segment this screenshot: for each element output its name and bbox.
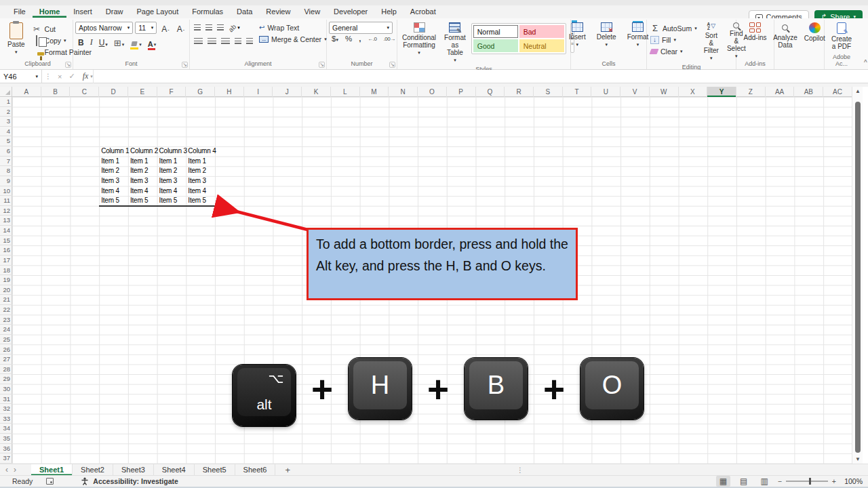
row-header-5[interactable]: 5 [0, 136, 12, 146]
row-header-35[interactable]: 35 [0, 434, 12, 444]
macro-record-icon[interactable] [46, 478, 54, 485]
scroll-up-icon[interactable]: ▲ [852, 88, 863, 94]
column-header-J[interactable]: J [273, 87, 302, 97]
zoom-level[interactable]: 100% [842, 477, 865, 485]
delete-cells-button[interactable]: Delete [594, 21, 619, 49]
table-cell[interactable]: Item 2 [101, 166, 119, 176]
table-cell[interactable]: Item 4 [159, 186, 178, 197]
row-header-24[interactable]: 24 [0, 325, 12, 335]
row-header-20[interactable]: 20 [0, 285, 12, 296]
zoom-in-icon[interactable]: + [832, 477, 836, 485]
row-header-7[interactable]: 7 [0, 157, 12, 167]
align-right-button[interactable] [219, 36, 232, 47]
row-header-25[interactable]: 25 [0, 335, 12, 345]
cells-canvas[interactable]: Column 1Column 2Column 3Column 4Item 1It… [12, 97, 852, 464]
row-header-9[interactable]: 9 [0, 176, 12, 186]
column-header-X[interactable]: X [679, 87, 708, 97]
addins-button[interactable]: Add-ins [741, 21, 770, 43]
column-header-C[interactable]: C [70, 87, 99, 97]
row-header-11[interactable]: 11 [0, 196, 12, 206]
column-header-D[interactable]: D [99, 87, 128, 97]
row-header-18[interactable]: 18 [0, 266, 12, 276]
row-header-37[interactable]: 37 [0, 453, 12, 464]
sheet-tab-sheet3[interactable]: Sheet3 [113, 464, 154, 476]
number-format-select[interactable]: General [329, 22, 393, 34]
table-cell[interactable]: Item 1 [159, 157, 178, 167]
table-cell[interactable]: Item 3 [159, 176, 178, 186]
column-header-G[interactable]: G [186, 87, 215, 97]
tab-formulas[interactable]: Formulas [185, 6, 230, 18]
paste-button[interactable]: Paste [5, 21, 28, 56]
row-header-22[interactable]: 22 [0, 305, 12, 315]
normal-view-icon[interactable]: ▦ [716, 476, 730, 487]
table-cell[interactable]: Item 4 [101, 186, 119, 197]
tab-insert[interactable]: Insert [66, 6, 99, 18]
column-header-Q[interactable]: Q [476, 87, 505, 97]
font-color-button[interactable]: A [145, 35, 159, 47]
table-cell[interactable]: Column 4 [188, 146, 216, 157]
scroll-down-icon[interactable]: ▼ [852, 456, 863, 462]
sheet-tab-sheet4[interactable]: Sheet4 [154, 464, 195, 476]
zoom-slider-thumb[interactable] [809, 478, 811, 485]
table-cell[interactable]: Item 1 [188, 157, 206, 167]
align-middle-button[interactable] [203, 22, 214, 34]
shrink-font-button[interactable]: Aˇ [174, 22, 187, 34]
sheet-tab-sheet5[interactable]: Sheet5 [195, 464, 235, 476]
percent-style-button[interactable]: % [342, 35, 355, 43]
column-header-R[interactable]: R [505, 87, 534, 97]
column-header-Z[interactable]: Z [736, 87, 766, 97]
table-cell[interactable]: Item 2 [188, 166, 206, 176]
row-header-3[interactable]: 3 [0, 117, 12, 127]
row-header-30[interactable]: 30 [0, 384, 12, 394]
borders-button[interactable]: ⊞ [111, 35, 127, 47]
number-dialog-launcher[interactable]: ↘ [389, 62, 395, 68]
row-header-29[interactable]: 29 [0, 374, 12, 384]
row-header-6[interactable]: 6 [0, 146, 12, 157]
column-header-T[interactable]: T [563, 87, 592, 97]
tab-view[interactable]: View [297, 6, 327, 18]
tab-help[interactable]: Help [374, 6, 403, 18]
tab-file[interactable]: File [7, 6, 33, 18]
increase-indent-button[interactable] [244, 36, 255, 47]
table-cell[interactable]: Item 1 [101, 157, 119, 167]
table-cell[interactable]: Item 2 [159, 166, 178, 176]
row-header-13[interactable]: 13 [0, 216, 12, 226]
column-header-N[interactable]: N [389, 87, 418, 97]
tab-acrobat[interactable]: Acrobat [403, 6, 443, 18]
clear-button[interactable]: Clear [649, 45, 698, 57]
align-bottom-button[interactable] [215, 22, 226, 34]
row-header-34[interactable]: 34 [0, 424, 12, 434]
column-header-Y[interactable]: Y [707, 87, 736, 97]
table-cell[interactable]: Item 5 [101, 196, 119, 206]
row-header-31[interactable]: 31 [0, 394, 12, 405]
align-left-button[interactable] [192, 36, 205, 47]
analyze-data-button[interactable]: Analyze Data [770, 21, 800, 50]
column-header-B[interactable]: B [41, 87, 71, 97]
page-break-view-icon[interactable]: ▥ [757, 476, 771, 487]
underline-button[interactable]: U [96, 35, 111, 47]
orientation-button[interactable]: ab [226, 22, 242, 34]
add-sheet-button[interactable]: + [275, 465, 300, 475]
style-normal[interactable]: Normal [473, 25, 518, 38]
align-center-button[interactable] [205, 36, 218, 47]
table-cell[interactable]: Item 4 [130, 186, 149, 197]
key-alt[interactable]: alt [233, 365, 296, 426]
next-sheet-icon[interactable]: › [14, 465, 22, 474]
format-as-table-button[interactable]: Format as Table [441, 21, 469, 64]
table-cell[interactable]: Column 3 [159, 146, 187, 157]
table-cell[interactable]: Item 4 [188, 186, 206, 197]
prev-sheet-icon[interactable]: ‹ [0, 465, 14, 474]
callout-textbox[interactable]: To add a bottom border, press and hold t… [307, 228, 578, 300]
conditional-formatting-button[interactable]: Conditional Formatting [399, 21, 439, 57]
clipboard-dialog-launcher[interactable]: ↘ [65, 62, 71, 68]
key-h[interactable]: H [349, 358, 412, 420]
column-header-AA[interactable]: AA [766, 87, 795, 97]
tab-page-layout[interactable]: Page Layout [130, 6, 185, 18]
accessibility-icon[interactable] [81, 477, 89, 485]
row-header-10[interactable]: 10 [0, 186, 12, 197]
column-header-P[interactable]: P [447, 87, 476, 97]
cancel-icon[interactable]: × [54, 73, 65, 81]
row-header-12[interactable]: 12 [0, 206, 12, 216]
row-header-2[interactable]: 2 [0, 107, 12, 117]
font-size-select[interactable]: 11 [135, 22, 157, 34]
